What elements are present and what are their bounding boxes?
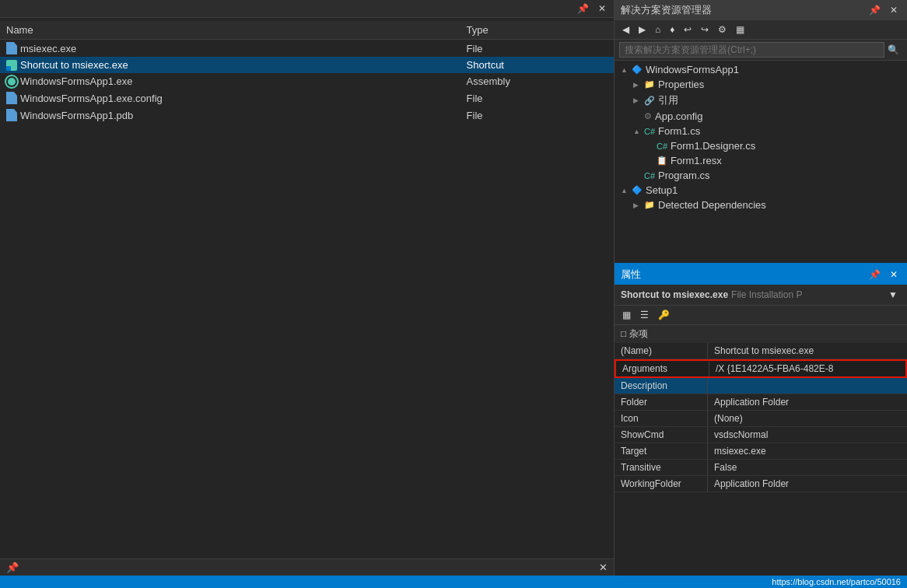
se-title-bar: 解决方案资源管理器 📌 ✕ bbox=[615, 0, 907, 20]
se-search-btn[interactable]: 🔍 bbox=[884, 43, 902, 57]
prop-row-value: msiexec.exe bbox=[708, 443, 907, 459]
tree-item[interactable]: ▲ 🔷 Setup1 bbox=[615, 183, 907, 198]
table-row[interactable]: WindowsFormsApp1.exeAssembly bbox=[0, 73, 614, 89]
prop-row[interactable]: Targetmsiexec.exe bbox=[615, 443, 907, 460]
se-toolbar: ◀ ▶ ⌂ ♦ ↩ ↪ ⚙ ▦ bbox=[615, 20, 907, 40]
file-list-container: Name Type msiexec.exeFileShortcut to msi… bbox=[0, 18, 614, 558]
table-row[interactable]: WindowsFormsApp1.pdbFile bbox=[0, 107, 614, 124]
tree-label: App.config bbox=[655, 110, 702, 122]
prop-row-value: False bbox=[708, 460, 907, 475]
tree-item[interactable]: ▶ 🔗 引用 bbox=[615, 92, 907, 109]
properties-panel: 属性 📌 ✕ Shortcut to msiexec.exe File Inst… bbox=[615, 264, 907, 576]
tree-item[interactable]: ▲ 🔷 WindowsFormsApp1 bbox=[615, 62, 907, 77]
table-row[interactable]: Shortcut to msiexec.exeShortcut bbox=[0, 57, 614, 73]
tree-arrow: ▲ bbox=[621, 66, 632, 74]
prop-row-name: ShowCmd bbox=[615, 427, 708, 443]
prop-row-value bbox=[708, 378, 907, 394]
prop-grid-btn[interactable]: ▦ bbox=[619, 308, 634, 322]
prop-row[interactable]: ShowCmdvsdscNormal bbox=[615, 427, 907, 443]
tree-item[interactable]: ▶ 📁 Properties bbox=[615, 77, 907, 92]
se-search-bar: 🔍 bbox=[615, 40, 907, 61]
tree-item[interactable]: C# Form1.Designer.cs bbox=[615, 138, 907, 153]
se-view-btn[interactable]: ▦ bbox=[733, 23, 748, 37]
tree-icon: 📁 bbox=[644, 79, 655, 89]
group-expand: □ bbox=[621, 328, 629, 339]
prop-row[interactable]: WorkingFolderApplication Folder bbox=[615, 476, 907, 492]
tree-item[interactable]: ▶ 📁 Detected Dependencies bbox=[615, 198, 907, 212]
se-undo-btn[interactable]: ↩ bbox=[681, 23, 695, 37]
prop-title-bar: 属性 📌 ✕ bbox=[615, 264, 907, 285]
se-redo-btn[interactable]: ↪ bbox=[698, 23, 712, 37]
file-type-cell: File bbox=[461, 107, 614, 124]
prop-row-name: Transitive bbox=[615, 460, 708, 475]
prop-object-bar: Shortcut to msiexec.exe File Installatio… bbox=[615, 285, 907, 306]
se-forward-btn[interactable]: ▶ bbox=[636, 23, 649, 37]
se-ref-btn[interactable]: ♦ bbox=[667, 23, 678, 37]
prop-row[interactable]: Arguments/X {1E1422A5-FBA6-482E-8 bbox=[615, 359, 907, 378]
tree-arrow: ▲ bbox=[621, 187, 632, 194]
prop-row-name: Target bbox=[615, 443, 708, 459]
file-name-cell: WindowsFormsApp1.exe bbox=[0, 73, 461, 89]
se-close-button[interactable]: ✕ bbox=[887, 3, 901, 17]
file-name-cell: WindowsFormsApp1.exe.config bbox=[0, 89, 461, 107]
tree-item[interactable]: ⚙ App.config bbox=[615, 109, 907, 124]
table-row[interactable]: WindowsFormsApp1.exe.configFile bbox=[0, 89, 614, 107]
se-pin-button[interactable]: 📌 bbox=[866, 3, 884, 17]
tree-label: Form1.cs bbox=[658, 125, 700, 137]
se-search-input[interactable] bbox=[619, 42, 884, 58]
status-bar: https://blog.csdn.net/partco/50016 bbox=[0, 576, 907, 588]
se-title: 解决方案资源管理器 bbox=[621, 3, 712, 17]
tree-icon: 🔷 bbox=[632, 185, 643, 195]
pin-button[interactable]: 📌 bbox=[574, 2, 592, 16]
prop-row[interactable]: Icon(None) bbox=[615, 411, 907, 427]
tree-icon: 📁 bbox=[644, 200, 655, 210]
tree-label: Detected Dependencies bbox=[658, 199, 766, 211]
prop-row[interactable]: (Name)Shortcut to msiexec.exe bbox=[615, 343, 907, 359]
prop-row[interactable]: TransitiveFalse bbox=[615, 460, 907, 476]
close-left-button[interactable]: ✕ bbox=[595, 2, 609, 16]
group-label: 杂项 bbox=[629, 328, 648, 339]
tree-arrow: ▶ bbox=[633, 81, 644, 89]
pin-icon: 📌 bbox=[6, 562, 19, 573]
tree-icon: C# bbox=[657, 142, 667, 151]
tree-item[interactable]: 📋 Form1.resx bbox=[615, 153, 907, 168]
prop-row-value: vsdscNormal bbox=[708, 427, 907, 443]
tree-label: Form1.resx bbox=[671, 155, 722, 166]
prop-row-name: (Name) bbox=[615, 343, 708, 359]
file-name-cell: WindowsFormsApp1.pdb bbox=[0, 107, 461, 124]
prop-row-name: Arguments bbox=[616, 361, 709, 376]
se-gear-btn[interactable]: ⚙ bbox=[715, 23, 730, 37]
prop-object-type: File Installation P bbox=[731, 289, 802, 300]
prop-row-name: Icon bbox=[615, 411, 708, 426]
tree-label: Program.cs bbox=[658, 170, 709, 181]
tree-item[interactable]: ▲ C# Form1.cs bbox=[615, 124, 907, 138]
prop-close-btn[interactable]: ✕ bbox=[887, 268, 901, 282]
table-row[interactable]: msiexec.exeFile bbox=[0, 40, 614, 58]
solution-explorer: 解决方案资源管理器 📌 ✕ ◀ ▶ ⌂ ♦ ↩ ↪ ⚙ ▦ bbox=[615, 0, 907, 264]
tree-label: WindowsFormsApp1 bbox=[646, 64, 739, 75]
prop-pin-btn[interactable]: 📌 bbox=[866, 268, 884, 282]
se-back-btn[interactable]: ◀ bbox=[619, 23, 632, 37]
file-table: Name Type msiexec.exeFileShortcut to msi… bbox=[0, 21, 614, 124]
prop-row-value: Application Folder bbox=[708, 394, 907, 410]
se-home-btn[interactable]: ⌂ bbox=[652, 23, 664, 37]
tree-icon: C# bbox=[644, 127, 655, 136]
left-bottom-toolbar: 📌 ✕ bbox=[0, 558, 614, 576]
prop-row[interactable]: FolderApplication Folder bbox=[615, 394, 907, 411]
tree-icon: 📋 bbox=[657, 156, 667, 166]
prop-list-btn[interactable]: ☰ bbox=[637, 308, 652, 322]
col-name: Name bbox=[0, 21, 461, 40]
tree-icon: C# bbox=[644, 171, 655, 180]
file-type-cell: Shortcut bbox=[461, 57, 614, 73]
right-panel-inner: 解决方案资源管理器 📌 ✕ ◀ ▶ ⌂ ♦ ↩ ↪ ⚙ ▦ bbox=[615, 0, 907, 576]
prop-dropdown-btn[interactable]: ▼ bbox=[885, 288, 901, 302]
tree-item[interactable]: C# Program.cs bbox=[615, 168, 907, 183]
tree-arrow: ▲ bbox=[633, 128, 644, 135]
prop-row-name: Description bbox=[615, 378, 708, 394]
prop-row[interactable]: Description bbox=[615, 378, 907, 394]
file-type-cell: File bbox=[461, 89, 614, 107]
main-area: 📌 ✕ Name Type msiexec.exeFileShortcut to… bbox=[0, 0, 907, 576]
se-tree: ▲ 🔷 WindowsFormsApp1 ▶ 📁 Properties ▶ 🔗 … bbox=[615, 61, 907, 263]
se-title-actions: 📌 ✕ bbox=[866, 3, 901, 17]
prop-key-btn[interactable]: 🔑 bbox=[655, 308, 673, 322]
